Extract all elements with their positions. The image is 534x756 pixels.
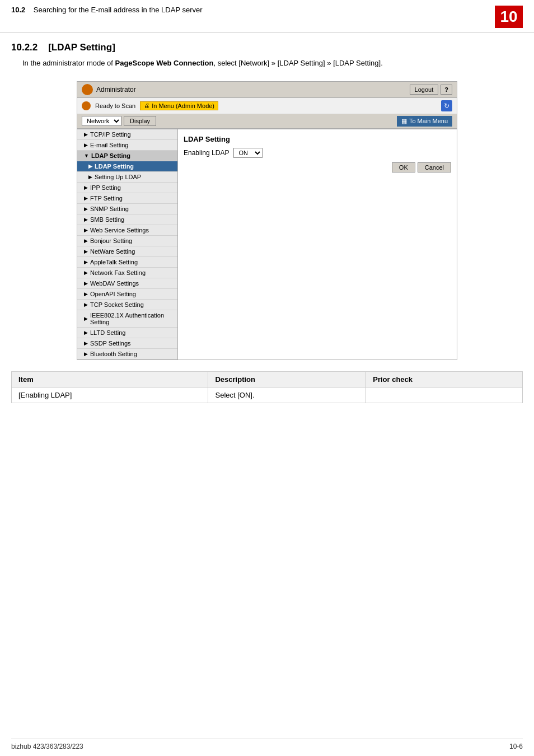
sidebar-item-setup-ldap[interactable]: ▶ Setting Up LDAP	[77, 172, 177, 183]
form-label: Enabling LDAP	[184, 149, 229, 157]
section-description: In the administrator mode of PageScope W…	[0, 58, 534, 76]
sidebar-item-label: Network Fax Setting	[90, 269, 146, 276]
sidebar-item-label: Setting Up LDAP	[95, 174, 141, 180]
sidebar-item-ieee8021x[interactable]: ▶ IEEE802.1X Authentication Setting	[77, 310, 177, 328]
status-icon	[82, 101, 91, 110]
topbar-right[interactable]: Logout ?	[410, 85, 452, 95]
status-text: Ready to Scan	[95, 102, 135, 109]
main-menu-icon: ▦	[401, 118, 407, 125]
sidebar-item-netware[interactable]: ▶ NetWare Setting	[77, 246, 177, 257]
chapter-number: 10	[495, 6, 523, 28]
display-button[interactable]: Display	[124, 116, 156, 126]
footer-page: 10-6	[509, 743, 523, 750]
sidebar-item-label: IEEE802.1X Authentication Setting	[90, 312, 173, 325]
sidebar-item-netfax[interactable]: ▶ Network Fax Setting	[77, 268, 177, 278]
section-number: 10.2	[11, 6, 25, 14]
status-bar: Ready to Scan 🖨 In Menu (Admin Mode) ↻	[77, 98, 457, 114]
main-menu-button[interactable]: ▦ To Main Menu	[397, 116, 452, 127]
sidebar-item-ssdp[interactable]: ▶ SSDP Settings	[77, 338, 177, 349]
col-header-prior-check: Prior check	[366, 371, 523, 387]
section-title: Searching for the E-mail address in the …	[34, 6, 203, 14]
sidebar-item-appletalk[interactable]: ▶ AppleTalk Setting	[77, 257, 177, 268]
sidebar-item-label: LDAP Setting	[95, 163, 134, 170]
sidebar-item-openapi[interactable]: ▶ OpenAPI Setting	[77, 289, 177, 300]
arrow-icon: ▶	[84, 195, 88, 201]
content-title: LDAP Setting	[184, 135, 451, 143]
arrow-icon: ▶	[88, 164, 92, 169]
sidebar-item-label: SNMP Setting	[90, 206, 129, 212]
arrow-icon: ▶	[84, 351, 88, 357]
menu-indicator-text: In Menu (Admin Mode)	[152, 102, 214, 109]
sidebar-item-label: SMB Setting	[90, 216, 124, 223]
refresh-button[interactable]: ↻	[441, 100, 452, 111]
printer-icon: 🖨	[144, 102, 149, 109]
sidebar-item-ftp[interactable]: ▶ FTP Setting	[77, 193, 177, 204]
sidebar-item-label: Bluetooth Setting	[90, 351, 137, 357]
table-header-row: Item Description Prior check	[12, 371, 523, 387]
main-area: ▶ TCP/IP Setting ▶ E-mail Setting ▼ LDAP…	[77, 129, 457, 360]
arrow-icon: ▶	[84, 302, 88, 307]
sidebar-item-label: WebDAV Settings	[90, 280, 139, 287]
sidebar-item-label: LLTD Setting	[90, 329, 125, 336]
table-cell-description: Select [ON].	[208, 387, 366, 403]
sidebar-item-label: Web Service Settings	[90, 227, 149, 234]
content-panel: LDAP Setting Enabling LDAP ON OFF OK Can…	[178, 129, 457, 360]
sidebar-item-lltd[interactable]: ▶ LLTD Setting	[77, 328, 177, 338]
page-footer: bizhub 423/363/283/223 10-6	[11, 739, 523, 750]
enabling-ldap-select[interactable]: ON OFF	[233, 148, 263, 158]
form-row-enabling-ldap: Enabling LDAP ON OFF	[184, 148, 451, 158]
admin-icon	[82, 84, 93, 95]
subsection-header: 10.2.2 [LDAP Setting]	[0, 33, 534, 58]
button-row: OK Cancel	[184, 162, 451, 172]
sidebar-item-smb[interactable]: ▶ SMB Setting	[77, 214, 177, 225]
sidebar-item-webservice[interactable]: ▶ Web Service Settings	[77, 225, 177, 236]
arrow-down-icon: ▼	[84, 153, 89, 158]
page-header: 10.2 Searching for the E-mail address in…	[0, 0, 534, 33]
table-row: [Enabling LDAP] Select [ON].	[12, 387, 523, 403]
sidebar-item-bonjour[interactable]: ▶ Bonjour Setting	[77, 236, 177, 246]
sidebar-item-label: Bonjour Setting	[90, 237, 132, 244]
menu-indicator: 🖨 In Menu (Admin Mode)	[140, 101, 218, 110]
sidebar-item-label: OpenAPI Setting	[90, 291, 136, 297]
app-name: PageScope Web Connection	[115, 59, 213, 67]
sidebar-item-label: TCP/IP Setting	[90, 131, 131, 138]
header-section-info: 10.2 Searching for the E-mail address in…	[11, 6, 203, 14]
network-select[interactable]: Network	[82, 116, 121, 126]
sidebar-item-snmp[interactable]: ▶ SNMP Setting	[77, 204, 177, 214]
sidebar-item-label: TCP Socket Setting	[90, 301, 144, 308]
arrow-icon: ▶	[84, 132, 88, 137]
arrow-icon: ▶	[88, 174, 92, 180]
sidebar-item-tcpsocket[interactable]: ▶ TCP Socket Setting	[77, 300, 177, 310]
sidebar-item-label: E-mail Setting	[90, 142, 128, 148]
sidebar-item-webdav[interactable]: ▶ WebDAV Settings	[77, 278, 177, 289]
col-header-description: Description	[208, 371, 366, 387]
arrow-icon: ▶	[84, 270, 88, 276]
ok-button[interactable]: OK	[392, 162, 415, 172]
network-bar: Network Display ▦ To Main Menu	[77, 114, 457, 129]
sidebar-item-label: AppleTalk Setting	[90, 259, 138, 265]
data-table: Item Description Prior check [Enabling L…	[11, 371, 523, 403]
sidebar-item-tcpip[interactable]: ▶ TCP/IP Setting	[77, 129, 177, 140]
footer-model: bizhub 423/363/283/223	[11, 743, 83, 750]
sidebar-item-label: SSDP Settings	[90, 340, 131, 347]
sidebar-item-bluetooth[interactable]: ▶ Bluetooth Setting	[77, 349, 177, 360]
sidebar-item-ldap-setting[interactable]: ▶ LDAP Setting	[77, 161, 177, 172]
sidebar: ▶ TCP/IP Setting ▶ E-mail Setting ▼ LDAP…	[77, 129, 178, 360]
cancel-button[interactable]: Cancel	[418, 162, 451, 172]
arrow-icon: ▶	[84, 330, 88, 335]
arrow-icon: ▶	[84, 316, 88, 321]
logout-button[interactable]: Logout	[410, 85, 439, 95]
sidebar-item-ipp[interactable]: ▶ IPP Setting	[77, 183, 177, 193]
topbar-left: Administrator	[82, 84, 136, 95]
sidebar-item-email[interactable]: ▶ E-mail Setting	[77, 140, 177, 151]
arrow-icon: ▶	[84, 217, 88, 222]
sidebar-item-label: LDAP Setting	[91, 152, 130, 159]
sidebar-item-ldap-section[interactable]: ▼ LDAP Setting	[77, 151, 177, 161]
help-button[interactable]: ?	[441, 85, 452, 95]
data-table-section: Item Description Prior check [Enabling L…	[11, 371, 523, 403]
table-cell-prior-check	[366, 387, 523, 403]
sidebar-item-label: NetWare Setting	[90, 248, 135, 255]
ui-screenshot: Administrator Logout ? Ready to Scan 🖨 I…	[77, 81, 457, 360]
topbar: Administrator Logout ?	[77, 82, 457, 98]
sidebar-item-label: FTP Setting	[90, 195, 123, 202]
